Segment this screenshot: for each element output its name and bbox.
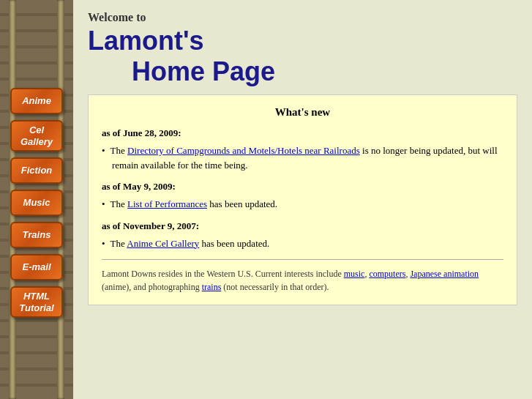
bullet-2: • xyxy=(102,198,105,209)
anime-button[interactable]: Anime xyxy=(10,88,63,114)
whats-new-title: What's new xyxy=(102,106,503,119)
music-button[interactable]: Music xyxy=(10,190,63,216)
update-entry-2: • The List of Performances has been upda… xyxy=(102,197,503,212)
welcome-text: Welcome to xyxy=(88,11,517,24)
fiction-button[interactable]: Fiction xyxy=(10,157,63,184)
trains-button[interactable]: Trains xyxy=(10,222,63,248)
site-title-line1: Lamont's xyxy=(88,26,517,56)
site-title-line2: Home Page xyxy=(132,56,517,87)
bullet-3: • xyxy=(102,238,105,249)
performances-link[interactable]: List of Performances xyxy=(127,198,207,209)
update-date-1: as of June 28, 2009: xyxy=(102,127,503,139)
campgrounds-link[interactable]: Directory of Campgrounds and Motels/Hote… xyxy=(127,145,360,156)
bullet-1: • xyxy=(102,145,105,156)
update-date-3: as of November 9, 2007: xyxy=(102,220,503,232)
header-area: Welcome to Lamont's Home Page xyxy=(88,11,517,87)
anime-cel-gallery-link[interactable]: Anime Cel Gallery xyxy=(127,238,199,249)
update-date-2: as of May 9, 2009: xyxy=(102,181,503,193)
computers-link[interactable]: computers xyxy=(369,269,405,279)
update-entry-3: • The Anime Cel Gallery has been updated… xyxy=(102,236,503,251)
update-entry-1: • The Directory of Campgrounds and Motel… xyxy=(102,143,503,172)
main-content: Welcome to Lamont's Home Page What's new… xyxy=(73,0,532,399)
nav-buttons: Anime CelGallery Fiction Music Trains E-… xyxy=(10,0,63,318)
content-box: What's new as of June 28, 2009: • The Di… xyxy=(88,94,517,305)
html-tutorial-button[interactable]: HTMLTutorial xyxy=(10,286,63,318)
cel-gallery-button[interactable]: CelGallery xyxy=(10,120,63,152)
sidebar-track: Anime CelGallery Fiction Music Trains E-… xyxy=(0,0,73,399)
divider xyxy=(102,259,503,260)
japanese-animation-link[interactable]: Japanese animation xyxy=(410,269,479,279)
email-button[interactable]: E-mail xyxy=(10,254,63,280)
trains-link[interactable]: trains xyxy=(202,282,222,292)
music-link[interactable]: music xyxy=(344,269,365,279)
bio-text: Lamont Downs resides in the Western U.S.… xyxy=(102,267,503,294)
